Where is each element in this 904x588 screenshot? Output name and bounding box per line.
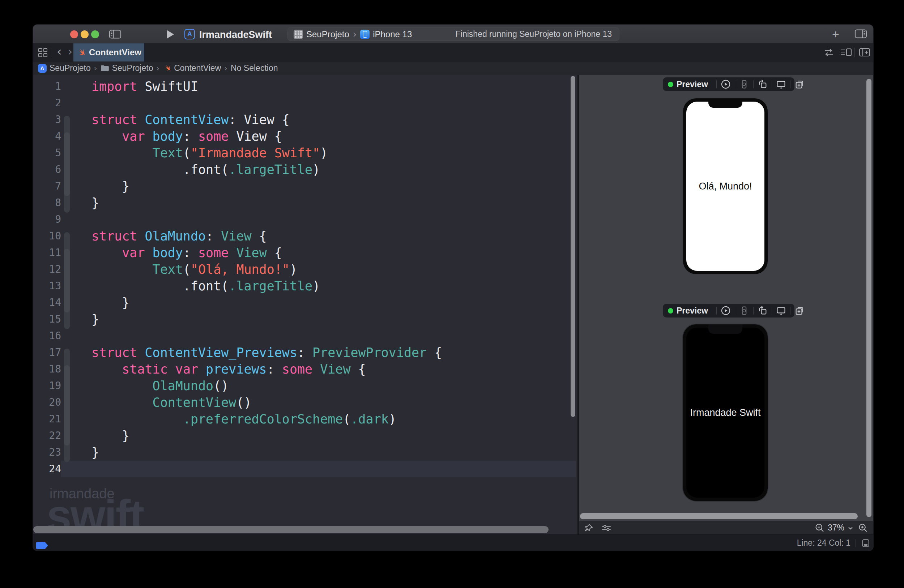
device-settings-button[interactable] (776, 305, 786, 316)
chevron-down-icon[interactable] (847, 525, 854, 531)
line-number[interactable]: 9 (33, 211, 61, 228)
line-number[interactable]: 15 (33, 311, 61, 328)
duplicate-preview-button[interactable] (795, 79, 804, 89)
line-number[interactable]: 22 (33, 427, 61, 444)
tab-contentview[interactable]: ContentView (73, 43, 144, 62)
source-editor[interactable]: irmandade swift 123456789101112131415161… (33, 75, 577, 534)
go-forward-button[interactable]: › (68, 44, 73, 58)
line-number[interactable]: 5 (33, 145, 61, 161)
line-number[interactable]: 3 (33, 111, 61, 128)
code-line[interactable]: .font(.largeTitle) (92, 161, 442, 178)
code-line[interactable]: } (92, 311, 442, 328)
breakpoint-toggle-tag[interactable] (36, 542, 48, 549)
line-number[interactable]: 1 (33, 78, 61, 95)
line-number[interactable]: 16 (33, 328, 61, 344)
code-line[interactable] (92, 328, 442, 344)
line-number[interactable]: 2 (33, 95, 61, 111)
zoom-window-button[interactable] (91, 30, 99, 38)
code-line[interactable]: } (92, 427, 442, 444)
breadcrumb-group[interactable]: SeuProjeto (101, 63, 153, 73)
duplicate-preview-button[interactable] (795, 305, 804, 316)
add-tab-button[interactable]: + (832, 29, 839, 39)
code-line[interactable]: var body: some View { (92, 128, 442, 145)
zoom-in-icon[interactable] (858, 523, 868, 533)
preview-screen-dark[interactable]: Irmandade Swift (686, 328, 765, 498)
code-line[interactable] (92, 95, 442, 111)
zoom-out-icon[interactable] (815, 523, 825, 533)
code-line[interactable]: import SwiftUI (92, 78, 442, 95)
line-number[interactable]: 19 (33, 378, 61, 394)
canvas-vertical-scrollbar[interactable] (866, 79, 871, 517)
run-button[interactable] (166, 30, 175, 39)
line-number[interactable]: 20 (33, 394, 61, 411)
related-items-icon[interactable] (38, 48, 48, 57)
live-preview-button[interactable] (721, 79, 731, 89)
line-number[interactable]: 13 (33, 278, 61, 294)
editor-options-icon[interactable] (840, 47, 852, 57)
iphone-preview-dark[interactable]: Irmandade Swift (682, 324, 768, 501)
code-line[interactable] (92, 211, 442, 228)
device-screen-icon[interactable] (861, 539, 870, 548)
preview-on-device-button[interactable] (739, 79, 749, 89)
code-line[interactable]: } (92, 178, 442, 194)
code-line[interactable]: var body: some View { (92, 245, 442, 261)
add-editor-icon[interactable] (859, 47, 870, 57)
line-number[interactable]: 14 (33, 294, 61, 311)
code-fold-capsule[interactable] (64, 132, 70, 196)
preview-options-sliders-icon[interactable] (601, 523, 612, 533)
device-settings-button[interactable] (776, 79, 786, 89)
pin-preview-icon[interactable] (584, 523, 593, 533)
swap-editor-icon[interactable] (823, 47, 834, 57)
code-line[interactable]: ContentView() (92, 394, 442, 411)
breadcrumb-file[interactable]: ContentView (163, 63, 221, 73)
code-line[interactable]: struct OlaMundo: View { (92, 228, 442, 245)
line-number[interactable]: 8 (33, 194, 61, 211)
code-line[interactable]: struct ContentView: View { (92, 111, 442, 128)
live-preview-button[interactable] (721, 305, 731, 316)
preview-screen-light[interactable]: Olá, Mundo! (686, 102, 765, 271)
code-line[interactable]: } (92, 294, 442, 311)
code-fold-capsule[interactable] (64, 365, 70, 446)
editor-horizontal-scrollbar[interactable] (33, 526, 548, 533)
toggle-navigator-sidebar-icon[interactable] (109, 29, 122, 39)
code-line[interactable]: OlaMundo() (92, 378, 442, 394)
code-fold-capsule[interactable] (64, 249, 70, 313)
code-line[interactable]: } (92, 444, 442, 461)
go-back-button[interactable]: ‹ (57, 44, 62, 58)
orientation-variants-button[interactable] (757, 79, 768, 89)
toggle-inspector-sidebar-icon[interactable] (855, 29, 868, 39)
line-number[interactable]: 11 (33, 245, 61, 261)
line-number[interactable]: 24 (33, 461, 61, 477)
code-line[interactable] (92, 461, 442, 477)
code-line[interactable]: .font(.largeTitle) (92, 278, 442, 294)
line-number[interactable]: 4 (33, 128, 61, 145)
code-line[interactable]: struct ContentView_Previews: PreviewProv… (92, 344, 442, 361)
line-number[interactable]: 23 (33, 444, 61, 461)
line-number[interactable]: 12 (33, 261, 61, 278)
code-line[interactable]: Text("Irmandade Swift") (92, 145, 442, 161)
zoom-level-dropdown[interactable]: 37% (828, 523, 844, 533)
code-lines[interactable]: import SwiftUIstruct ContentView: View {… (92, 78, 442, 477)
code-line[interactable]: } (92, 194, 442, 211)
minimize-window-button[interactable] (81, 30, 89, 38)
orientation-variants-button[interactable] (757, 305, 768, 316)
line-number[interactable]: 10 (33, 228, 61, 245)
line-number[interactable]: 18 (33, 361, 61, 378)
line-number[interactable]: 21 (33, 411, 61, 427)
destination-name[interactable]: iPhone 13 (373, 29, 412, 40)
close-window-button[interactable] (70, 30, 78, 38)
breadcrumb-selection[interactable]: No Selection (231, 63, 278, 73)
scheme-destination-selector[interactable]: SeuProjeto › iPhone 13 Finished running … (288, 27, 620, 41)
breadcrumb-project[interactable]: A SeuProjeto (38, 63, 91, 73)
canvas-horizontal-scrollbar[interactable] (580, 513, 858, 519)
code-line[interactable]: Text("Olá, Mundo!") (92, 261, 442, 278)
editor-vertical-scrollbar[interactable] (571, 76, 575, 417)
preview-on-device-button[interactable] (739, 305, 749, 316)
line-number[interactable]: 7 (33, 178, 61, 194)
line-number[interactable]: 17 (33, 344, 61, 361)
code-line[interactable]: static var previews: some View { (92, 361, 442, 378)
scheme-name[interactable]: SeuProjeto (306, 29, 349, 40)
iphone-preview-light[interactable]: Olá, Mundo! (682, 98, 768, 275)
line-number[interactable]: 6 (33, 161, 61, 178)
code-line[interactable]: .preferredColorScheme(.dark) (92, 411, 442, 427)
